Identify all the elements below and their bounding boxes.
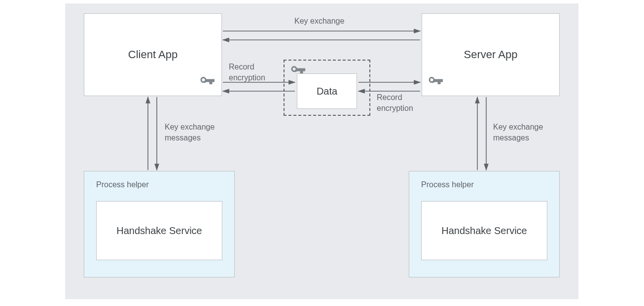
key-icon-svg <box>427 72 444 90</box>
key-icon-svg <box>289 62 307 79</box>
handshake-service-left-label: Handshake Service <box>116 225 202 237</box>
client-app-label: Client App <box>128 48 178 61</box>
handshake-service-right-label: Handshake Service <box>441 225 527 237</box>
key-icon <box>198 72 216 92</box>
key-exchange-messages-right-label: Key exchange messages <box>493 122 543 143</box>
record-encryption-left-label: Record encryption <box>229 62 265 83</box>
process-helper-right: Process helper Handshake Service <box>409 171 560 277</box>
handshake-service-right: Handshake Service <box>421 201 547 260</box>
process-helper-right-label: Process helper <box>421 180 547 189</box>
diagram-canvas: Client App Server App Data Process helpe… <box>65 3 578 299</box>
key-exchange-label: Key exchange <box>294 16 344 27</box>
key-icon-svg <box>198 72 216 90</box>
server-app-label: Server App <box>464 48 518 61</box>
handshake-service-left: Handshake Service <box>96 201 222 260</box>
key-exchange-messages-left-label: Key exchange messages <box>165 122 215 143</box>
data-label: Data <box>317 86 337 97</box>
process-helper-left: Process helper Handshake Service <box>84 171 235 277</box>
process-helper-left-label: Process helper <box>96 180 222 189</box>
key-icon <box>289 62 307 81</box>
record-encryption-right-label: Record encryption <box>377 92 413 113</box>
key-icon <box>427 72 444 92</box>
